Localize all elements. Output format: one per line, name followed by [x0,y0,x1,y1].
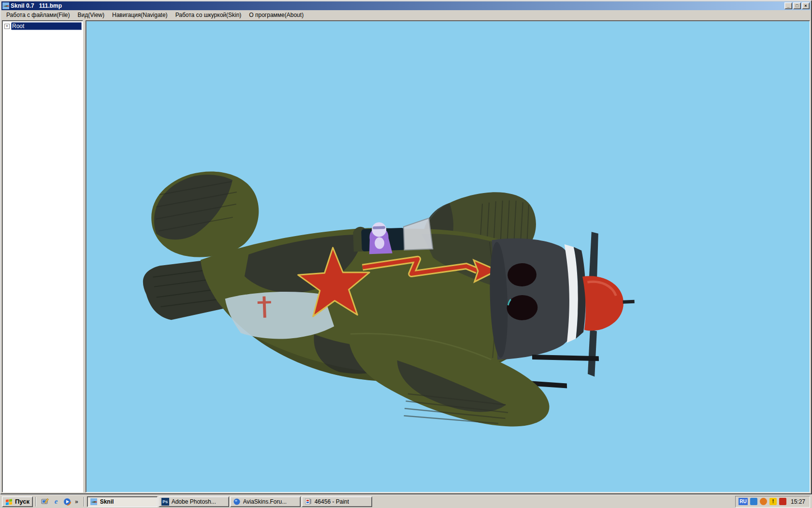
taskbar-button-aviaskins[interactable]: AviaSkins.Foru... [230,496,301,507]
taskbar-divider [35,497,36,507]
tree-item-root-label[interactable]: Root [11,22,82,30]
window-title: Sknil 0.7 111.bmp [11,2,783,9]
close-button[interactable]: × [802,2,810,9]
menu-skin[interactable]: Работа со шкуркой(Skin) [172,11,246,19]
preview-viewport[interactable] [86,20,810,493]
sknil-icon [90,498,98,506]
taskbar-button-sknil[interactable]: Sknil [87,496,158,507]
windscreen [403,218,433,250]
start-button[interactable]: Пуск [2,496,33,507]
windows-logo-icon [5,498,13,505]
maximize-button[interactable]: □ [793,2,801,9]
messenger-icon[interactable] [750,498,757,505]
media-player-icon[interactable] [62,497,72,507]
minimize-button[interactable]: _ [784,2,792,9]
photoshop-glyph: Ps [161,498,169,506]
paint-icon [304,498,312,506]
quick-launch: e » [39,497,81,507]
taskbar-button-label: Sknil [100,498,114,505]
title-bar[interactable]: Sknil 0.7 111.bmp _ □ × [1,1,811,10]
system-tray: RU ! 15:27 [735,496,810,508]
desktop: Sknil 0.7 111.bmp _ □ × Работа с файлами… [0,0,812,508]
quick-launch-overflow-chevron[interactable]: » [73,498,80,505]
sknil-window: Sknil 0.7 111.bmp _ □ × Работа с файлами… [0,0,812,494]
engine-cowl [488,236,588,360]
taskbar-button-label: Adobe Photosh... [172,498,216,505]
photoshop-icon: Ps [161,498,169,506]
taskbar-button-label: 46456 - Paint [315,498,349,505]
taskbar-button-photoshop[interactable]: Ps Adobe Photosh... [159,496,229,507]
app-icon [2,2,9,9]
show-desktop-icon[interactable] [40,497,50,507]
taskbar-clock: 15:27 [791,498,805,505]
cockpit [353,218,433,255]
skin-tree-panel[interactable]: + Root [2,20,83,493]
ie-glyph: e [55,497,58,506]
client-area: + Root [1,20,811,493]
expand-icon[interactable]: + [4,24,10,29]
language-indicator[interactable]: RU [739,498,748,505]
propeller [581,230,637,377]
taskbar: Пуск e » [0,494,812,508]
antivirus-icon[interactable] [779,498,786,505]
taskbar-button-label: AviaSkins.Foru... [243,498,287,505]
aircraft-3d-render [86,21,810,492]
taskbar-button-paint[interactable]: 46456 - Paint [302,496,372,507]
taskbar-divider [84,497,85,507]
menu-navigate[interactable]: Навигация(Navigate) [108,11,172,19]
menu-file[interactable]: Работа с файлами(File) [2,11,73,19]
internet-explorer-icon[interactable]: e [51,497,61,507]
tree-item-root[interactable]: + Root [2,21,83,30]
menu-about[interactable]: О программе(About) [245,11,307,19]
menu-view[interactable]: Вид(View) [73,11,108,19]
menu-bar: Работа с файлами(File) Вид(View) Навигац… [1,10,811,20]
player-tray-icon[interactable] [760,498,767,505]
browser-icon [233,498,241,506]
start-label: Пуск [15,498,29,505]
window-controls: _ □ × [784,2,810,9]
warning-icon[interactable]: ! [769,498,777,505]
